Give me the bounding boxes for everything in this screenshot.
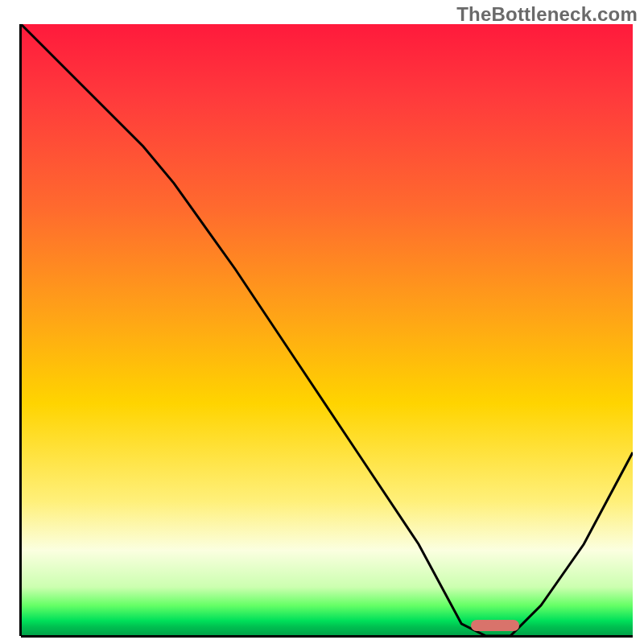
- bottleneck-curve: [21, 24, 633, 636]
- optimal-marker: [471, 620, 520, 631]
- watermark-label: TheBottleneck.com: [456, 3, 638, 26]
- plot-area: [21, 24, 633, 636]
- chart-container: TheBottleneck.com: [0, 0, 644, 644]
- x-axis: [21, 635, 633, 638]
- curve-path: [21, 24, 633, 636]
- y-axis: [19, 24, 22, 636]
